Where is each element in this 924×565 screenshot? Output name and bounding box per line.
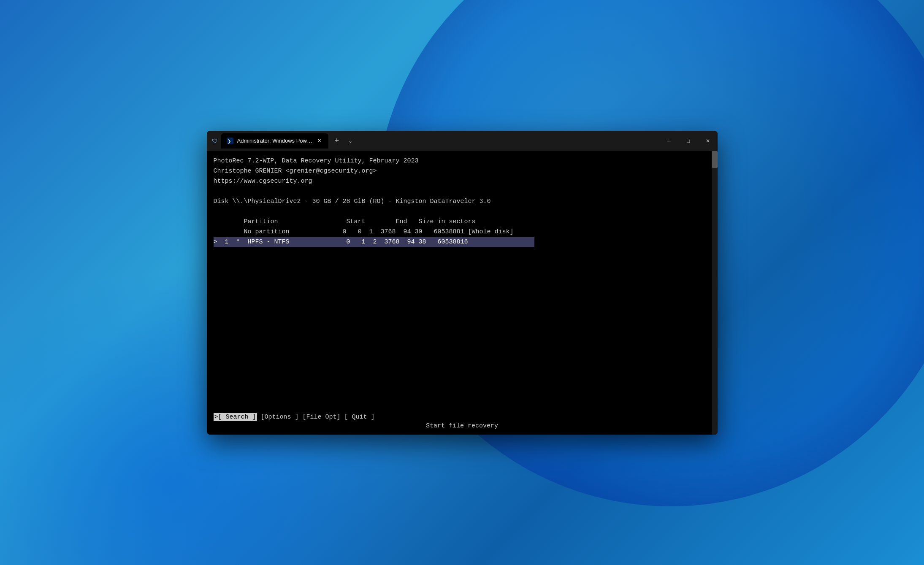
line3: https://www.cgsecurity.org xyxy=(214,178,312,185)
line2: Christophe GRENIER <grenier@cgsecurity.o… xyxy=(214,168,377,175)
menu-row: >[ Search ] [Options ] [File Opt] [ Quit… xyxy=(214,414,711,421)
scrollbar-thumb[interactable] xyxy=(712,151,718,168)
window-controls: ─ □ ✕ xyxy=(659,131,718,151)
row1: No partition 0 0 1 3768 94 39 60538881 [… xyxy=(214,228,514,235)
tab-close-button[interactable]: ✕ xyxy=(316,137,323,145)
scrollbar[interactable] xyxy=(712,151,718,435)
terminal-window: 🛡 ❯ Administrator: Windows Pow… ✕ + ⌄ ─ xyxy=(207,131,718,435)
title-bar-left: 🛡 ❯ Administrator: Windows Pow… ✕ + ⌄ xyxy=(207,133,659,149)
minimize-button[interactable]: ─ xyxy=(659,131,679,151)
powershell-icon: ❯ xyxy=(226,137,234,145)
title-bar: 🛡 ❯ Administrator: Windows Pow… ✕ + ⌄ ─ xyxy=(207,131,718,151)
new-tab-button[interactable]: + xyxy=(330,134,344,148)
status-row: Start file recovery xyxy=(214,422,711,430)
table-header: Partition Start End Size in sectors xyxy=(214,218,476,225)
selected-row[interactable]: > 1 * HPFS - NTFS 0 1 2 3768 94 38 60538… xyxy=(214,237,534,247)
line5: Disk \\.\PhysicalDrive2 - 30 GB / 28 GiB… xyxy=(214,198,491,205)
file-opt-button[interactable]: [File Opt] xyxy=(303,414,341,421)
tab-title: Administrator: Windows Pow… xyxy=(237,138,312,144)
close-button[interactable]: ✕ xyxy=(698,131,718,151)
status-text: Start file recovery xyxy=(426,422,498,430)
quit-button[interactable]: [ Quit ] xyxy=(344,414,375,421)
terminal-content: PhotoRec 7.2-WIP, Data Recovery Utility,… xyxy=(207,151,718,410)
tab-dropdown-button[interactable]: ⌄ xyxy=(344,134,357,148)
maximize-button[interactable]: □ xyxy=(679,131,698,151)
terminal-output: PhotoRec 7.2-WIP, Data Recovery Utility,… xyxy=(214,156,711,247)
active-tab[interactable]: ❯ Administrator: Windows Pow… ✕ xyxy=(221,133,328,149)
shield-icon: 🛡 xyxy=(212,138,218,144)
line1: PhotoRec 7.2-WIP, Data Recovery Utility,… xyxy=(214,157,419,165)
svg-text:❯: ❯ xyxy=(228,139,231,144)
bottom-bar: >[ Search ] [Options ] [File Opt] [ Quit… xyxy=(207,410,718,435)
options-button[interactable]: [Options ] xyxy=(261,414,299,421)
search-button[interactable]: >[ Search ] xyxy=(214,413,257,421)
